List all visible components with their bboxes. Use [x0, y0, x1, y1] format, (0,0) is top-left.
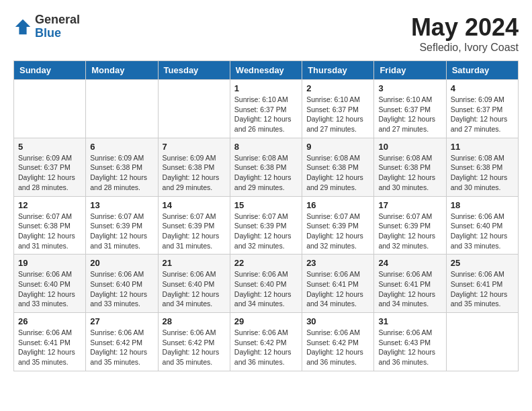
day-info: Sunrise: 6:07 AM Sunset: 6:39 PM Dayligh…: [378, 212, 441, 251]
day-info: Sunrise: 6:08 AM Sunset: 6:38 PM Dayligh…: [451, 153, 514, 193]
day-info: Sunrise: 6:06 AM Sunset: 6:41 PM Dayligh…: [451, 269, 514, 309]
day-number: 14: [163, 200, 226, 210]
day-info: Sunrise: 6:06 AM Sunset: 6:41 PM Dayligh…: [306, 269, 369, 309]
calendar-cell: 23Sunrise: 6:06 AM Sunset: 6:41 PM Dayli…: [302, 255, 374, 313]
calendar-cell: 2Sunrise: 6:10 AM Sunset: 6:37 PM Daylig…: [302, 80, 374, 138]
day-info: Sunrise: 6:08 AM Sunset: 6:38 PM Dayligh…: [378, 153, 441, 193]
calendar-cell: 21Sunrise: 6:06 AM Sunset: 6:40 PM Dayli…: [158, 255, 230, 313]
day-info: Sunrise: 6:09 AM Sunset: 6:38 PM Dayligh…: [163, 153, 226, 193]
calendar-cell: 22Sunrise: 6:06 AM Sunset: 6:40 PM Dayli…: [230, 255, 302, 313]
weekday-header: Thursday: [302, 61, 374, 80]
title-area: May 2024 Sefledio, Ivory Coast: [411, 13, 519, 54]
calendar-cell: 28Sunrise: 6:06 AM Sunset: 6:42 PM Dayli…: [158, 313, 230, 371]
day-number: 17: [378, 200, 441, 210]
weekday-header: Monday: [86, 61, 158, 80]
day-number: 19: [18, 258, 81, 268]
day-number: 16: [306, 200, 369, 210]
day-info: Sunrise: 6:06 AM Sunset: 6:42 PM Dayligh…: [90, 328, 153, 367]
calendar-week-row: 5Sunrise: 6:09 AM Sunset: 6:37 PM Daylig…: [14, 138, 519, 196]
day-number: 31: [378, 316, 441, 326]
day-number: 4: [451, 83, 514, 93]
calendar-week-row: 1Sunrise: 6:10 AM Sunset: 6:37 PM Daylig…: [14, 80, 519, 138]
day-number: 29: [234, 316, 298, 326]
logo-blue-text: Blue: [35, 27, 80, 40]
day-number: 10: [378, 142, 441, 152]
day-number: 5: [18, 142, 81, 152]
logo-general-text: General: [35, 13, 80, 27]
day-info: Sunrise: 6:06 AM Sunset: 6:40 PM Dayligh…: [163, 269, 226, 309]
calendar-cell: 17Sunrise: 6:07 AM Sunset: 6:39 PM Dayli…: [374, 196, 446, 255]
calendar-cell: 1Sunrise: 6:10 AM Sunset: 6:37 PM Daylig…: [230, 80, 302, 138]
day-number: 25: [451, 258, 514, 268]
day-number: 27: [90, 316, 153, 326]
day-number: 6: [90, 142, 153, 152]
day-number: 20: [90, 258, 153, 268]
calendar-cell: 18Sunrise: 6:06 AM Sunset: 6:40 PM Dayli…: [446, 196, 518, 255]
day-number: 12: [18, 200, 81, 210]
weekday-header: Sunday: [14, 61, 86, 80]
day-number: 11: [451, 142, 514, 152]
day-number: 7: [163, 142, 226, 152]
day-info: Sunrise: 6:07 AM Sunset: 6:39 PM Dayligh…: [90, 212, 153, 251]
day-number: 2: [306, 83, 369, 93]
day-info: Sunrise: 6:09 AM Sunset: 6:38 PM Dayligh…: [90, 153, 153, 193]
day-number: 13: [90, 200, 153, 210]
day-info: Sunrise: 6:06 AM Sunset: 6:42 PM Dayligh…: [163, 328, 226, 367]
calendar-cell: 20Sunrise: 6:06 AM Sunset: 6:40 PM Dayli…: [86, 255, 158, 313]
calendar-week-row: 26Sunrise: 6:06 AM Sunset: 6:41 PM Dayli…: [14, 313, 519, 371]
logo-icon: [13, 17, 32, 36]
calendar-cell: 8Sunrise: 6:08 AM Sunset: 6:38 PM Daylig…: [230, 138, 302, 196]
calendar-week-row: 12Sunrise: 6:07 AM Sunset: 6:38 PM Dayli…: [14, 196, 519, 255]
calendar-cell: 4Sunrise: 6:09 AM Sunset: 6:37 PM Daylig…: [446, 80, 518, 138]
day-info: Sunrise: 6:06 AM Sunset: 6:40 PM Dayligh…: [18, 269, 81, 309]
logo: General Blue: [13, 13, 80, 40]
day-number: 30: [306, 316, 369, 326]
day-number: 3: [378, 83, 441, 93]
calendar-cell: 30Sunrise: 6:06 AM Sunset: 6:42 PM Dayli…: [302, 313, 374, 371]
day-info: Sunrise: 6:10 AM Sunset: 6:37 PM Dayligh…: [378, 95, 441, 134]
day-info: Sunrise: 6:07 AM Sunset: 6:39 PM Dayligh…: [234, 212, 298, 251]
day-number: 23: [306, 258, 369, 268]
calendar-cell: 19Sunrise: 6:06 AM Sunset: 6:40 PM Dayli…: [14, 255, 86, 313]
calendar-cell: 14Sunrise: 6:07 AM Sunset: 6:39 PM Dayli…: [158, 196, 230, 255]
day-info: Sunrise: 6:06 AM Sunset: 6:42 PM Dayligh…: [306, 328, 369, 367]
weekday-header: Tuesday: [158, 61, 230, 80]
day-info: Sunrise: 6:06 AM Sunset: 6:41 PM Dayligh…: [18, 328, 81, 367]
calendar-cell: 25Sunrise: 6:06 AM Sunset: 6:41 PM Dayli…: [446, 255, 518, 313]
calendar-cell: [86, 80, 158, 138]
calendar-table: SundayMondayTuesdayWednesdayThursdayFrid…: [13, 60, 519, 371]
calendar-cell: [158, 80, 230, 138]
calendar-cell: 27Sunrise: 6:06 AM Sunset: 6:42 PM Dayli…: [86, 313, 158, 371]
day-info: Sunrise: 6:09 AM Sunset: 6:37 PM Dayligh…: [451, 95, 514, 134]
calendar-cell: 10Sunrise: 6:08 AM Sunset: 6:38 PM Dayli…: [374, 138, 446, 196]
day-info: Sunrise: 6:07 AM Sunset: 6:39 PM Dayligh…: [163, 212, 226, 251]
page-header: General Blue May 2024 Sefledio, Ivory Co…: [13, 13, 519, 54]
day-info: Sunrise: 6:06 AM Sunset: 6:43 PM Dayligh…: [378, 328, 441, 367]
day-info: Sunrise: 6:06 AM Sunset: 6:40 PM Dayligh…: [234, 269, 298, 309]
weekday-header: Wednesday: [230, 61, 302, 80]
day-info: Sunrise: 6:06 AM Sunset: 6:41 PM Dayligh…: [378, 269, 441, 309]
calendar-cell: 6Sunrise: 6:09 AM Sunset: 6:38 PM Daylig…: [86, 138, 158, 196]
calendar-week-row: 19Sunrise: 6:06 AM Sunset: 6:40 PM Dayli…: [14, 255, 519, 313]
calendar-cell: 26Sunrise: 6:06 AM Sunset: 6:41 PM Dayli…: [14, 313, 86, 371]
day-info: Sunrise: 6:08 AM Sunset: 6:38 PM Dayligh…: [234, 153, 298, 193]
calendar-cell: 5Sunrise: 6:09 AM Sunset: 6:37 PM Daylig…: [14, 138, 86, 196]
day-info: Sunrise: 6:10 AM Sunset: 6:37 PM Dayligh…: [306, 95, 369, 134]
day-info: Sunrise: 6:09 AM Sunset: 6:37 PM Dayligh…: [18, 153, 81, 193]
calendar-cell: 31Sunrise: 6:06 AM Sunset: 6:43 PM Dayli…: [374, 313, 446, 371]
day-number: 24: [378, 258, 441, 268]
subtitle: Sefledio, Ivory Coast: [411, 42, 519, 54]
weekday-header: Friday: [374, 61, 446, 80]
day-number: 21: [163, 258, 226, 268]
weekday-header: Saturday: [446, 61, 518, 80]
calendar-header-row: SundayMondayTuesdayWednesdayThursdayFrid…: [14, 61, 519, 80]
day-number: 18: [451, 200, 514, 210]
day-number: 22: [234, 258, 298, 268]
calendar-cell: 11Sunrise: 6:08 AM Sunset: 6:38 PM Dayli…: [446, 138, 518, 196]
calendar-cell: 29Sunrise: 6:06 AM Sunset: 6:42 PM Dayli…: [230, 313, 302, 371]
main-title: May 2024: [411, 13, 519, 42]
day-info: Sunrise: 6:06 AM Sunset: 6:40 PM Dayligh…: [451, 212, 514, 251]
calendar-cell: [14, 80, 86, 138]
svg-marker-0: [15, 19, 30, 34]
calendar-cell: 15Sunrise: 6:07 AM Sunset: 6:39 PM Dayli…: [230, 196, 302, 255]
